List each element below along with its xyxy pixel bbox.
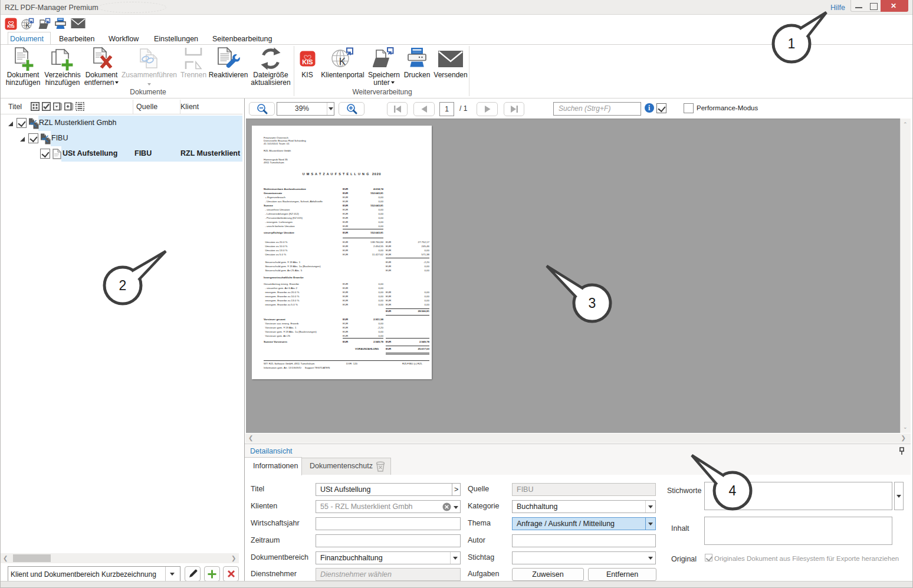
svg-text:KIS: KIS — [7, 24, 15, 29]
svg-text:K: K — [339, 56, 346, 67]
svg-text:K: K — [25, 22, 30, 29]
svg-text:KIS: KIS — [302, 58, 313, 65]
